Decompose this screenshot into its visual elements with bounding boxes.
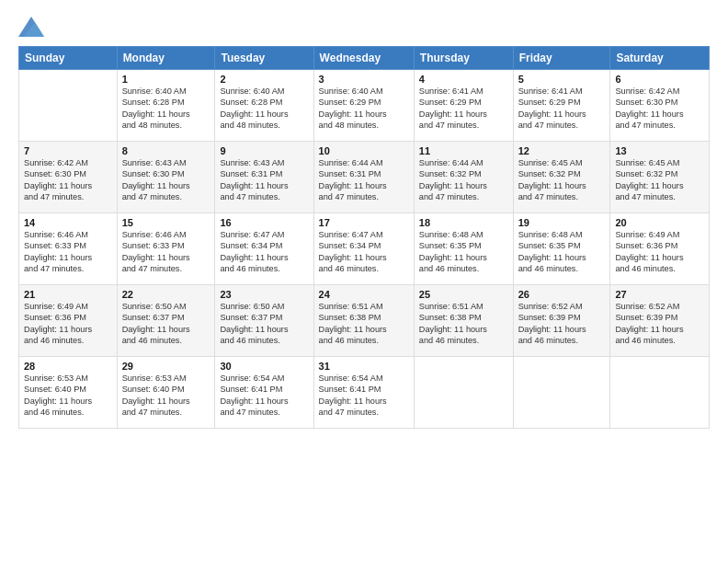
calendar-cell: 6Sunrise: 6:42 AM Sunset: 6:30 PM Daylig… — [610, 70, 710, 142]
header — [18, 17, 710, 37]
calendar-table: SundayMondayTuesdayWednesdayThursdayFrid… — [18, 46, 710, 429]
calendar-cell — [513, 357, 610, 429]
day-number: 21 — [24, 289, 112, 300]
calendar-cell: 30Sunrise: 6:54 AM Sunset: 6:41 PM Dayli… — [215, 357, 313, 429]
day-number: 23 — [220, 289, 308, 300]
day-info: Sunrise: 6:47 AM Sunset: 6:34 PM Dayligh… — [319, 229, 409, 275]
calendar-cell: 21Sunrise: 6:49 AM Sunset: 6:36 PM Dayli… — [19, 285, 118, 357]
week-row-1: 1Sunrise: 6:40 AM Sunset: 6:28 PM Daylig… — [19, 70, 710, 142]
week-row-2: 7Sunrise: 6:42 AM Sunset: 6:30 PM Daylig… — [19, 142, 710, 213]
day-info: Sunrise: 6:53 AM Sunset: 6:40 PM Dayligh… — [122, 373, 210, 419]
calendar-cell: 7Sunrise: 6:42 AM Sunset: 6:30 PM Daylig… — [19, 142, 118, 213]
day-number: 12 — [518, 145, 606, 156]
calendar-cell: 13Sunrise: 6:45 AM Sunset: 6:32 PM Dayli… — [610, 142, 710, 213]
day-number: 24 — [319, 289, 409, 300]
day-number: 18 — [419, 217, 508, 228]
calendar-cell: 8Sunrise: 6:43 AM Sunset: 6:30 PM Daylig… — [117, 142, 215, 213]
day-info: Sunrise: 6:45 AM Sunset: 6:32 PM Dayligh… — [518, 157, 606, 203]
day-info: Sunrise: 6:48 AM Sunset: 6:35 PM Dayligh… — [518, 229, 606, 275]
day-number: 10 — [319, 145, 409, 156]
calendar-cell: 24Sunrise: 6:51 AM Sunset: 6:38 PM Dayli… — [313, 285, 414, 357]
calendar-cell: 26Sunrise: 6:52 AM Sunset: 6:39 PM Dayli… — [513, 285, 610, 357]
day-info: Sunrise: 6:51 AM Sunset: 6:38 PM Dayligh… — [419, 301, 508, 347]
day-info: Sunrise: 6:40 AM Sunset: 6:28 PM Dayligh… — [220, 86, 308, 132]
day-number: 8 — [122, 145, 210, 156]
calendar-cell — [19, 70, 118, 142]
day-number: 31 — [319, 361, 409, 372]
calendar-cell: 2Sunrise: 6:40 AM Sunset: 6:28 PM Daylig… — [215, 70, 313, 142]
calendar-cell: 20Sunrise: 6:49 AM Sunset: 6:36 PM Dayli… — [610, 213, 710, 285]
day-number: 11 — [419, 145, 508, 156]
day-number: 22 — [122, 289, 210, 300]
day-number: 19 — [518, 217, 606, 228]
day-info: Sunrise: 6:44 AM Sunset: 6:31 PM Dayligh… — [319, 157, 409, 203]
day-info: Sunrise: 6:51 AM Sunset: 6:38 PM Dayligh… — [319, 301, 409, 347]
calendar-page: SundayMondayTuesdayWednesdayThursdayFrid… — [0, 0, 728, 563]
calendar-cell: 19Sunrise: 6:48 AM Sunset: 6:35 PM Dayli… — [513, 213, 610, 285]
day-info: Sunrise: 6:42 AM Sunset: 6:30 PM Dayligh… — [615, 86, 704, 132]
day-number: 5 — [518, 74, 606, 85]
day-info: Sunrise: 6:54 AM Sunset: 6:41 PM Dayligh… — [220, 373, 308, 419]
day-number: 27 — [615, 289, 704, 300]
calendar-cell: 9Sunrise: 6:43 AM Sunset: 6:31 PM Daylig… — [215, 142, 313, 213]
day-info: Sunrise: 6:49 AM Sunset: 6:36 PM Dayligh… — [615, 229, 704, 275]
calendar-cell: 25Sunrise: 6:51 AM Sunset: 6:38 PM Dayli… — [414, 285, 513, 357]
day-info: Sunrise: 6:50 AM Sunset: 6:37 PM Dayligh… — [122, 301, 210, 347]
day-number: 4 — [419, 74, 508, 85]
day-info: Sunrise: 6:47 AM Sunset: 6:34 PM Dayligh… — [220, 229, 308, 275]
calendar-cell — [414, 357, 513, 429]
calendar-cell: 3Sunrise: 6:40 AM Sunset: 6:29 PM Daylig… — [313, 70, 414, 142]
day-number: 28 — [24, 361, 112, 372]
calendar-cell: 29Sunrise: 6:53 AM Sunset: 6:40 PM Dayli… — [117, 357, 215, 429]
day-info: Sunrise: 6:49 AM Sunset: 6:36 PM Dayligh… — [24, 301, 112, 347]
day-number: 14 — [24, 217, 112, 228]
day-info: Sunrise: 6:54 AM Sunset: 6:41 PM Dayligh… — [319, 373, 409, 419]
day-number: 29 — [122, 361, 210, 372]
day-number: 3 — [319, 74, 409, 85]
week-row-5: 28Sunrise: 6:53 AM Sunset: 6:40 PM Dayli… — [19, 357, 710, 429]
day-number: 1 — [122, 74, 210, 85]
day-info: Sunrise: 6:48 AM Sunset: 6:35 PM Dayligh… — [419, 229, 508, 275]
day-number: 15 — [122, 217, 210, 228]
calendar-cell: 15Sunrise: 6:46 AM Sunset: 6:33 PM Dayli… — [117, 213, 215, 285]
day-info: Sunrise: 6:46 AM Sunset: 6:33 PM Dayligh… — [24, 229, 112, 275]
day-number: 13 — [615, 145, 704, 156]
calendar-cell: 22Sunrise: 6:50 AM Sunset: 6:37 PM Dayli… — [117, 285, 215, 357]
weekday-header-wednesday: Wednesday — [313, 47, 414, 70]
day-info: Sunrise: 6:43 AM Sunset: 6:31 PM Dayligh… — [220, 157, 308, 203]
weekday-header-tuesday: Tuesday — [215, 47, 313, 70]
calendar-cell: 10Sunrise: 6:44 AM Sunset: 6:31 PM Dayli… — [313, 142, 414, 213]
calendar-cell: 18Sunrise: 6:48 AM Sunset: 6:35 PM Dayli… — [414, 213, 513, 285]
calendar-cell: 12Sunrise: 6:45 AM Sunset: 6:32 PM Dayli… — [513, 142, 610, 213]
calendar-cell: 16Sunrise: 6:47 AM Sunset: 6:34 PM Dayli… — [215, 213, 313, 285]
weekday-header-thursday: Thursday — [414, 47, 513, 70]
day-info: Sunrise: 6:53 AM Sunset: 6:40 PM Dayligh… — [24, 373, 112, 419]
weekday-header-sunday: Sunday — [19, 47, 118, 70]
day-number: 16 — [220, 217, 308, 228]
calendar-cell: 5Sunrise: 6:41 AM Sunset: 6:29 PM Daylig… — [513, 70, 610, 142]
day-info: Sunrise: 6:52 AM Sunset: 6:39 PM Dayligh… — [615, 301, 704, 347]
calendar-cell: 11Sunrise: 6:44 AM Sunset: 6:32 PM Dayli… — [414, 142, 513, 213]
weekday-header-row: SundayMondayTuesdayWednesdayThursdayFrid… — [19, 47, 710, 70]
day-info: Sunrise: 6:50 AM Sunset: 6:37 PM Dayligh… — [220, 301, 308, 347]
day-number: 30 — [220, 361, 308, 372]
weekday-header-monday: Monday — [117, 47, 215, 70]
calendar-cell: 14Sunrise: 6:46 AM Sunset: 6:33 PM Dayli… — [19, 213, 118, 285]
day-info: Sunrise: 6:52 AM Sunset: 6:39 PM Dayligh… — [518, 301, 606, 347]
day-info: Sunrise: 6:41 AM Sunset: 6:29 PM Dayligh… — [419, 86, 508, 132]
day-number: 2 — [220, 74, 308, 85]
weekday-header-friday: Friday — [513, 47, 610, 70]
logo-icon — [18, 17, 44, 37]
day-info: Sunrise: 6:40 AM Sunset: 6:28 PM Dayligh… — [122, 86, 210, 132]
calendar-cell: 28Sunrise: 6:53 AM Sunset: 6:40 PM Dayli… — [19, 357, 118, 429]
day-number: 9 — [220, 145, 308, 156]
calendar-cell: 4Sunrise: 6:41 AM Sunset: 6:29 PM Daylig… — [414, 70, 513, 142]
calendar-cell: 31Sunrise: 6:54 AM Sunset: 6:41 PM Dayli… — [313, 357, 414, 429]
day-number: 7 — [24, 145, 112, 156]
week-row-3: 14Sunrise: 6:46 AM Sunset: 6:33 PM Dayli… — [19, 213, 710, 285]
day-info: Sunrise: 6:40 AM Sunset: 6:29 PM Dayligh… — [319, 86, 409, 132]
calendar-cell: 17Sunrise: 6:47 AM Sunset: 6:34 PM Dayli… — [313, 213, 414, 285]
day-info: Sunrise: 6:45 AM Sunset: 6:32 PM Dayligh… — [615, 157, 704, 203]
day-number: 20 — [615, 217, 704, 228]
week-row-4: 21Sunrise: 6:49 AM Sunset: 6:36 PM Dayli… — [19, 285, 710, 357]
